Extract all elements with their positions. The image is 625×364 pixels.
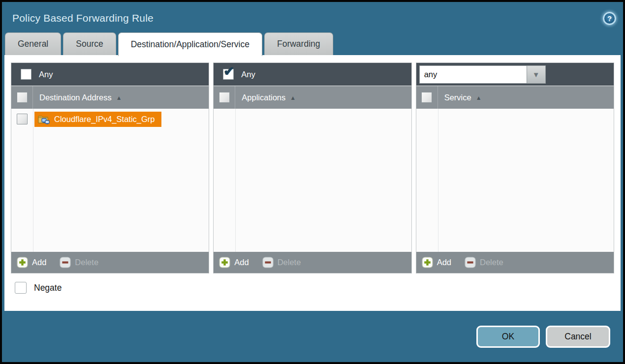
delete-application-button[interactable]: Delete xyxy=(262,257,301,268)
destination-address-list: Cloudflare_IPv4_Static_Grp xyxy=(11,109,209,252)
add-label: Add xyxy=(234,258,249,267)
destination-address-header: Destination Address ▲ xyxy=(11,86,209,109)
tab-forwarding[interactable]: Forwarding xyxy=(264,32,333,55)
destination-address-header-label: Destination Address xyxy=(39,93,112,102)
applications-select-all-checkbox[interactable] xyxy=(219,92,230,103)
table-row: Cloudflare_IPv4_Static_Grp xyxy=(11,109,209,129)
service-header: Service ▲ xyxy=(416,86,614,109)
applications-any-bar: ✔ Any xyxy=(214,63,411,86)
service-sort-header[interactable]: Service ▲ xyxy=(438,93,482,102)
destination-any-label: Any xyxy=(39,70,53,79)
help-icon[interactable]: ? xyxy=(603,12,616,25)
service-footer: Add Delete xyxy=(416,252,614,273)
destination-footer: Add Delete xyxy=(11,252,209,273)
cancel-button[interactable]: Cancel xyxy=(546,326,610,348)
delete-label: Delete xyxy=(75,258,98,267)
delete-label: Delete xyxy=(278,258,301,267)
sort-asc-icon: ▲ xyxy=(290,94,296,101)
address-group-icon xyxy=(38,114,50,124)
tab-destination-application-service[interactable]: Destination/Application/Service xyxy=(118,32,262,56)
destination-address-item[interactable]: Cloudflare_IPv4_Static_Grp xyxy=(34,112,161,127)
applications-header: Applications ▲ xyxy=(214,86,411,109)
check-icon: ✔ xyxy=(223,65,234,78)
applications-any-checkbox[interactable]: ✔ xyxy=(223,69,234,80)
add-destination-button[interactable]: Add xyxy=(17,257,46,268)
delete-destination-button[interactable]: Delete xyxy=(60,257,98,268)
service-select-all-checkbox[interactable] xyxy=(421,92,432,103)
delete-icon xyxy=(262,257,274,268)
delete-icon xyxy=(60,257,71,268)
row-checkbox[interactable] xyxy=(17,114,28,124)
destination-any-bar: Any xyxy=(11,63,209,86)
add-icon xyxy=(219,257,230,268)
negate-label: Negate xyxy=(34,283,62,293)
tab-source[interactable]: Source xyxy=(63,32,116,55)
service-dropdown: any ▼ xyxy=(419,65,546,84)
applications-header-label: Applications xyxy=(242,93,285,102)
chevron-down-icon: ▼ xyxy=(532,70,540,79)
add-label: Add xyxy=(437,258,451,267)
destination-select-all-checkbox[interactable] xyxy=(17,92,28,103)
destination-address-column: Any Destination Address ▲ xyxy=(11,62,209,273)
add-icon xyxy=(17,257,28,268)
destination-address-item-label: Cloudflare_IPv4_Static_Grp xyxy=(54,115,155,124)
negate-checkbox[interactable] xyxy=(15,282,27,294)
tab-bar: General Source Destination/Application/S… xyxy=(2,32,623,55)
tab-general[interactable]: General xyxy=(5,32,61,55)
service-dropdown-value[interactable]: any xyxy=(419,65,527,84)
columns-container: Any Destination Address ▲ xyxy=(11,62,614,273)
destination-address-sort-header[interactable]: Destination Address ▲ xyxy=(33,93,122,102)
sort-asc-icon: ▲ xyxy=(116,94,122,101)
service-header-label: Service xyxy=(444,93,471,102)
service-list xyxy=(416,109,614,252)
delete-service-button[interactable]: Delete xyxy=(465,257,503,268)
delete-icon xyxy=(465,257,476,268)
service-dropdown-button[interactable]: ▼ xyxy=(527,65,546,84)
dialog-titlebar: Policy Based Forwarding Rule ? xyxy=(2,2,623,32)
service-any-bar: any ▼ xyxy=(416,63,614,86)
dialog-title: Policy Based Forwarding Rule xyxy=(12,12,154,24)
add-application-button[interactable]: Add xyxy=(219,257,249,268)
applications-column: ✔ Any Applications ▲ xyxy=(213,62,411,273)
header-gutter xyxy=(11,86,33,109)
applications-any-label: Any xyxy=(241,70,255,79)
sort-asc-icon: ▲ xyxy=(476,94,482,101)
header-gutter xyxy=(214,86,235,109)
tab-content-panel: Any Destination Address ▲ xyxy=(4,55,621,311)
add-label: Add xyxy=(32,258,46,267)
pbf-rule-dialog: Policy Based Forwarding Rule ? General S… xyxy=(0,0,625,364)
applications-footer: Add Delete xyxy=(214,252,411,273)
applications-sort-header[interactable]: Applications ▲ xyxy=(235,93,296,102)
applications-list xyxy=(214,109,411,252)
ok-button[interactable]: OK xyxy=(476,326,540,348)
service-column: any ▼ Service ▲ xyxy=(416,62,614,273)
dialog-action-bar: OK Cancel xyxy=(2,311,623,362)
add-service-button[interactable]: Add xyxy=(422,257,451,268)
delete-label: Delete xyxy=(480,258,503,267)
destination-any-checkbox[interactable] xyxy=(21,69,31,80)
header-gutter xyxy=(416,86,438,109)
add-icon xyxy=(422,257,433,268)
negate-row: Negate xyxy=(11,282,614,294)
